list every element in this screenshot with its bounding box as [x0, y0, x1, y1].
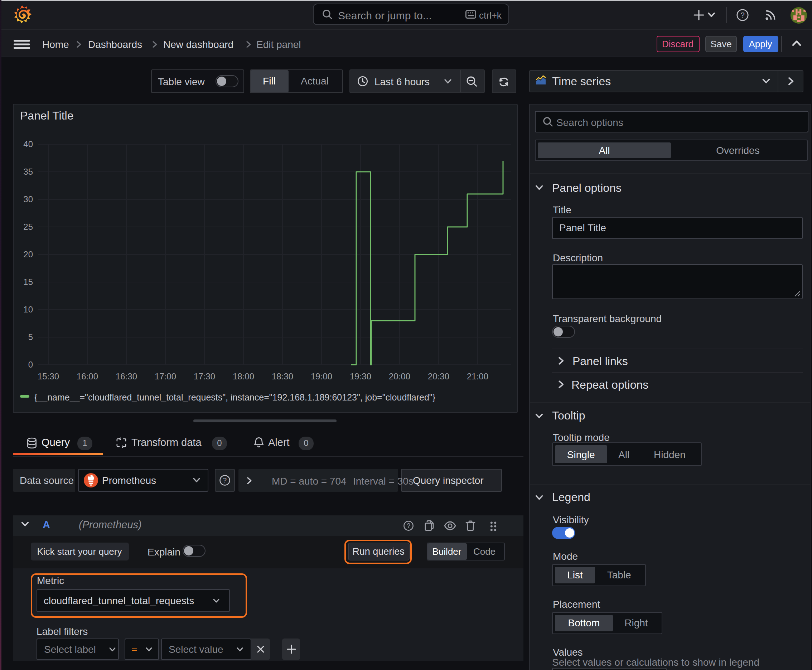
svg-text:20: 20	[23, 249, 33, 259]
svg-text:16:30: 16:30	[116, 371, 137, 381]
svg-text:10: 10	[23, 304, 33, 314]
svg-text:40: 40	[23, 139, 33, 149]
svg-text:25: 25	[23, 222, 33, 231]
svg-text:21:00: 21:00	[467, 371, 488, 381]
svg-text:35: 35	[23, 166, 33, 176]
svg-text:17:30: 17:30	[194, 371, 215, 381]
svg-text:19:00: 19:00	[311, 371, 332, 381]
svg-text:16:00: 16:00	[76, 371, 98, 381]
svg-text:20:30: 20:30	[428, 371, 449, 381]
svg-text:30: 30	[23, 194, 33, 204]
svg-text:19:30: 19:30	[350, 371, 371, 381]
svg-text:18:00: 18:00	[233, 371, 254, 381]
svg-text:17:00: 17:00	[155, 371, 176, 381]
svg-text:?: ?	[407, 522, 410, 530]
svg-text:15:30: 15:30	[37, 371, 59, 381]
svg-text:{__name__="cloudflared_tunnel_: {__name__="cloudflared_tunnel_total_requ…	[34, 392, 436, 402]
svg-text:5: 5	[28, 332, 33, 342]
svg-text:?: ?	[741, 11, 745, 19]
svg-text:15: 15	[23, 277, 33, 286]
svg-text:0: 0	[28, 359, 33, 369]
svg-text:20:00: 20:00	[389, 371, 410, 381]
svg-text:18:30: 18:30	[272, 371, 293, 381]
svg-text:?: ?	[223, 476, 227, 484]
